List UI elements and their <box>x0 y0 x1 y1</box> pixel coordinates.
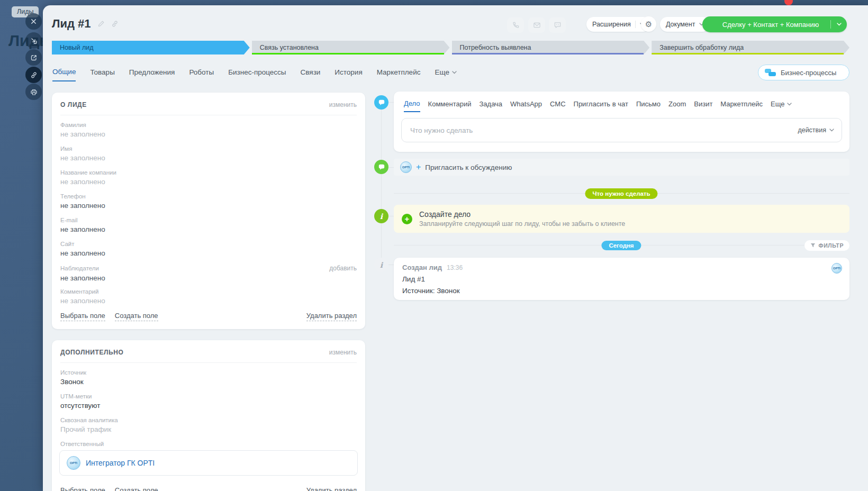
lead-title: Лид #1 <box>52 17 91 31</box>
tab-whatsapp[interactable]: WhatsApp <box>510 99 542 112</box>
notification-badge[interactable] <box>784 0 793 5</box>
tab-more-label: Еще <box>771 100 784 108</box>
tab-general[interactable]: Общие <box>52 68 76 81</box>
field-analytics[interactable]: Сквозная аналитика Прочий трафик <box>60 417 357 441</box>
call-icon[interactable] <box>507 17 524 33</box>
tab-more[interactable]: Еще <box>435 68 456 81</box>
chevron-down-icon <box>452 71 457 74</box>
actions-dropdown[interactable]: действия <box>798 126 834 134</box>
entry-source: Источник: Звонок <box>402 287 841 295</box>
tab-marketplace[interactable]: Маркетплейс <box>377 68 421 81</box>
tab-quotes[interactable]: Предложения <box>129 68 175 81</box>
delete-section-link[interactable]: Удалить раздел <box>306 486 357 491</box>
tab-letter[interactable]: Письмо <box>636 99 661 112</box>
field-first-name[interactable]: Имя не заполнено <box>60 146 357 169</box>
discussion-bubble-icon <box>374 160 388 174</box>
field-source[interactable]: Источник Звонок <box>60 369 357 393</box>
tab-business-processes[interactable]: Бизнес-процессы <box>228 68 286 81</box>
edit-link[interactable]: изменить <box>329 101 357 108</box>
edit-link[interactable]: изменить <box>329 349 357 356</box>
tab-more-label: Еще <box>435 68 449 76</box>
tab-robots[interactable]: Роботы <box>189 68 214 81</box>
extensions-label: Расширения <box>592 21 631 28</box>
feedback-chat-icon[interactable] <box>549 17 566 33</box>
open-new-window-icon[interactable] <box>25 49 42 66</box>
filter-label: ФИЛЬТР <box>819 242 844 249</box>
delete-section-link[interactable]: Удалить раздел <box>306 312 357 321</box>
filter-button[interactable]: ФИЛЬТР <box>804 240 849 251</box>
stage-bar: Новый лид Связь установлена Потребность … <box>52 41 849 54</box>
responsible-name[interactable]: Интегратор ГК OPTI <box>86 459 155 467</box>
create-activity-hint[interactable]: + Создайте дело Запланируйте следующий ш… <box>394 205 849 233</box>
field-company-name[interactable]: Название компании не заполнено <box>60 169 357 193</box>
stage-finish-processing[interactable]: Завершить обработку лида <box>652 41 849 54</box>
stage-new-lead[interactable]: Новый лид <box>52 41 250 54</box>
tab-zoom[interactable]: Zoom <box>668 99 686 112</box>
gear-icon[interactable]: ⚙ <box>641 16 656 32</box>
timeline-entry-lead-created[interactable]: Создан лид 13:36 Лид #1 Источник: Звонок… <box>394 258 849 300</box>
field-last-name[interactable]: Фамилия не заполнено <box>60 122 357 146</box>
tab-sms[interactable]: СМС <box>550 99 565 112</box>
responsible-avatar: OPTI <box>67 456 80 470</box>
tab-invite-to-chat[interactable]: Пригласить в чат <box>574 99 628 112</box>
email-icon[interactable] <box>528 17 545 33</box>
business-processes-button[interactable]: Бизнес-процессы <box>758 65 849 80</box>
field-responsible-label: Ответственный <box>60 441 357 447</box>
create-field-link[interactable]: Создать поле <box>115 486 158 491</box>
chevron-down-icon[interactable] <box>831 23 847 26</box>
responsible-box[interactable]: OPTI Интегратор ГК OPTI <box>59 450 358 476</box>
field-utm[interactable]: UTM-метки отсутствуют <box>60 393 357 417</box>
stage-need-identified[interactable]: Потребность выявлена <box>452 41 650 54</box>
stage-underline <box>452 53 644 54</box>
tab-activity[interactable]: Дело <box>404 99 420 112</box>
select-field-link[interactable]: Выбрать поле <box>60 486 105 491</box>
composer-tabs: Дело Комментарий Задача WhatsApp СМС При… <box>394 92 849 112</box>
create-field-link[interactable]: Создать поле <box>115 312 158 321</box>
add-activity-icon[interactable]: + <box>402 214 412 224</box>
plus-icon: + <box>416 162 421 172</box>
tab-task[interactable]: Задача <box>479 99 502 112</box>
main-tabs: Общие Товары Предложения Роботы Бизнес-п… <box>52 68 457 81</box>
select-field-link[interactable]: Выбрать поле <box>60 312 105 321</box>
field-comment[interactable]: Комментарий не заполнено <box>60 288 357 312</box>
field-email[interactable]: E-mail не заполнено <box>60 217 357 241</box>
actions-label: действия <box>798 126 826 134</box>
comment-bubble-icon <box>374 95 388 110</box>
entry-title: Создан лид <box>402 263 442 271</box>
link-icon[interactable] <box>111 20 119 28</box>
date-badge[interactable]: Сегодня <box>601 241 641 250</box>
invite-to-discussion[interactable]: OPTI + Пригласить к обсуждению <box>394 159 849 176</box>
edit-title-icon[interactable] <box>97 20 105 28</box>
entry-time: 13:36 <box>447 264 463 271</box>
field-phone[interactable]: Телефон не заполнено <box>60 193 357 217</box>
tab-more[interactable]: Еще <box>771 99 792 112</box>
stage-contact-made[interactable]: Связь установлена <box>252 41 450 54</box>
document-label: Документ <box>666 21 695 28</box>
todo-input[interactable] <box>409 126 792 135</box>
about-lead-card: О ЛИДЕ изменить Фамилия не заполнено Имя… <box>52 93 365 329</box>
collapse-icon[interactable] <box>25 32 42 49</box>
print-icon[interactable] <box>25 84 42 100</box>
stage-label: Связь установлена <box>260 44 319 51</box>
close-icon[interactable] <box>25 13 42 30</box>
tab-marketplace[interactable]: Маркетплейс <box>720 99 763 112</box>
add-observer-link[interactable]: добавить <box>329 265 357 272</box>
tab-comment[interactable]: Комментарий <box>428 99 472 112</box>
field-observers[interactable]: Наблюдатели добавить не заполнено <box>60 265 357 288</box>
stage-underline <box>252 53 444 54</box>
tab-products[interactable]: Товары <box>90 68 114 81</box>
chevron-down-icon <box>829 129 834 132</box>
additional-card: ДОПОЛНИТЕЛЬНО изменить Источник Звонок U… <box>52 340 365 491</box>
entry-lead-link[interactable]: Лид #1 <box>402 275 841 283</box>
invite-avatar: OPTI <box>400 161 412 173</box>
convert-button[interactable]: Сделку + Контакт + Компанию <box>702 16 847 32</box>
invite-label: Пригласить к обсуждению <box>425 163 512 171</box>
tab-links[interactable]: Связи <box>301 68 321 81</box>
hint-title: Создайте дело <box>419 210 625 219</box>
copy-link-icon[interactable] <box>25 67 42 83</box>
field-website[interactable]: Сайт не заполнено <box>60 241 357 265</box>
page-title: Лид #1 <box>52 17 119 31</box>
tab-visit[interactable]: Визит <box>694 99 712 112</box>
tab-history[interactable]: История <box>334 68 362 81</box>
business-process-icon <box>765 69 776 77</box>
